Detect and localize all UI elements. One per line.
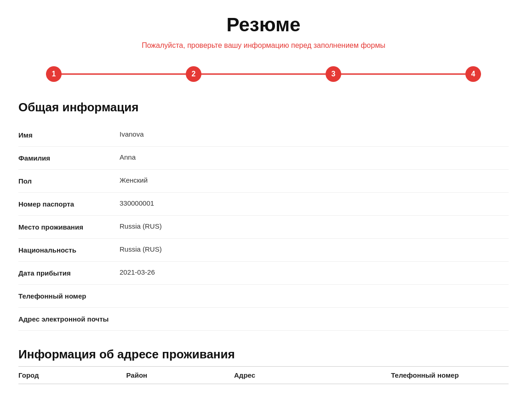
info-row: НациональностьRussia (RUS) — [18, 239, 509, 262]
info-row: Адрес электронной почты — [18, 308, 509, 331]
info-value: 330000001 — [120, 199, 154, 209]
info-row: Номер паспорта330000001 — [18, 193, 509, 216]
info-value: Женский — [120, 176, 148, 186]
address-col-city: Город — [18, 371, 126, 379]
address-section: Информация об адресе проживания ГородРай… — [18, 347, 509, 384]
info-label: Имя — [18, 130, 120, 140]
info-row: Телефонный номер — [18, 285, 509, 308]
info-label: Фамилия — [18, 153, 120, 163]
address-col-district: Район — [126, 371, 235, 379]
info-label: Пол — [18, 176, 120, 186]
step-2[interactable]: 2 — [186, 66, 201, 82]
info-label: Дата прибытия — [18, 268, 120, 278]
info-row: ФамилияAnna — [18, 147, 509, 170]
page-title: Резюме — [18, 14, 509, 36]
info-value: Ivanova — [120, 130, 144, 140]
general-section-title: Общая информация — [18, 100, 509, 115]
stepper-line — [46, 74, 481, 75]
address-section-title: Информация об адресе проживания — [18, 347, 509, 362]
info-label: Адрес электронной почты — [18, 314, 120, 324]
info-row: Место проживанияRussia (RUS) — [18, 216, 509, 239]
info-label: Номер паспорта — [18, 199, 120, 209]
info-row: Дата прибытия2021-03-26 — [18, 262, 509, 285]
address-col-address: Адрес — [234, 371, 391, 379]
info-row: ИмяIvanova — [18, 124, 509, 147]
info-label: Национальность — [18, 245, 120, 255]
info-value: Russia (RUS) — [120, 245, 162, 255]
address-col-phone: Телефонный номер — [391, 371, 509, 379]
info-value: 2021-03-26 — [120, 268, 155, 278]
info-label: Телефонный номер — [18, 291, 120, 301]
stepper: 1 2 3 4 — [46, 66, 481, 82]
step-1[interactable]: 1 — [46, 66, 62, 82]
info-label: Место проживания — [18, 222, 120, 232]
page-subtitle: Пожалуйста, проверьте вашу информацию пе… — [18, 41, 509, 50]
info-value: Anna — [120, 153, 136, 163]
general-info-table: ИмяIvanovaФамилияAnnaПолЖенскийНомер пас… — [18, 124, 509, 331]
step-4[interactable]: 4 — [465, 66, 481, 82]
info-value: Russia (RUS) — [120, 222, 162, 232]
info-row: ПолЖенский — [18, 170, 509, 193]
address-table-header: ГородРайонАдресТелефонный номер — [18, 366, 509, 384]
step-3[interactable]: 3 — [326, 66, 341, 82]
